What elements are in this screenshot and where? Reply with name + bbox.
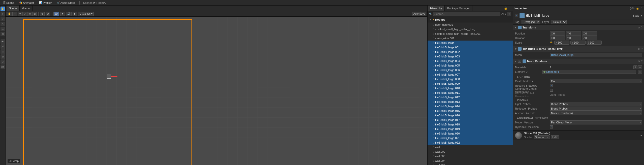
scene-anim-btn[interactable]: ▶ <box>73 12 77 16</box>
dynamic-occlusion-checkbox[interactable] <box>550 125 553 128</box>
hierarchy-menu-icon[interactable]: ⋮ <box>508 7 511 10</box>
material-expand-icon[interactable]: ▾ <box>640 134 642 137</box>
transform-header[interactable]: ▼ Transform ⚙ ? <box>513 25 644 30</box>
h-item-tilebrick13[interactable]: ◻ tileBrickB_large.013 <box>428 100 513 104</box>
scale-x-field[interactable]: X 100 <box>554 41 569 45</box>
scene-audio-btn[interactable]: 🔊 <box>66 12 72 16</box>
h-item-tilebrick4[interactable]: ◻ tileBrickB_large.004 <box>428 59 513 63</box>
autosave-toggle[interactable]: Auto Save <box>412 12 426 16</box>
hierarchy-search-input[interactable] <box>433 12 500 16</box>
object-active-checkbox[interactable] <box>515 14 518 17</box>
static-dropdown-icon[interactable]: ▾ <box>641 14 642 17</box>
scene-light-btn[interactable]: ☀ <box>60 12 65 16</box>
h-item-tilebrick10[interactable]: ◻ tileBrickB_large.010 <box>428 86 513 90</box>
h-item-tilebrick3[interactable]: ◻ tileBrickB_large.003 <box>428 54 513 59</box>
scale-y-field[interactable]: Y 100 <box>570 41 586 45</box>
menu-assetstore[interactable]: 🛒 Asset Store <box>56 1 76 4</box>
motion-vectors-dropdown[interactable]: Per Object Motion ▾ <box>550 120 642 124</box>
scene-2d-btn[interactable]: 2D <box>53 12 59 16</box>
h-item-wall003[interactable]: ◻ wall.003 <box>428 154 513 158</box>
position-y-field[interactable]: Y 0 <box>566 31 581 36</box>
toolbar-scale-btn[interactable]: ⤡ <box>1 22 5 26</box>
anchor-override-dropdown[interactable]: None (Transform) ▾ <box>550 111 642 115</box>
material-target-btn[interactable]: ◎ <box>638 70 642 74</box>
h-item-tilebrick6[interactable]: ◻ tileBrickB_large.006 <box>428 68 513 72</box>
h-item-tilebrick9[interactable]: ◻ tileBrickB_large.009 <box>428 81 513 86</box>
meshfilter-help-icon[interactable]: ? <box>641 48 642 50</box>
scene-toolbar-move[interactable]: ↔ <box>12 12 17 16</box>
tag-dropdown[interactable]: Untagged <box>522 20 540 24</box>
toolbar-move-btn[interactable]: ✛ <box>1 12 5 16</box>
breadcrumb-rooma[interactable]: RoomA <box>96 1 106 4</box>
toolbar-select-btn[interactable]: ⊿ <box>1 59 5 64</box>
h-item-tilebrick15[interactable]: ◻ tileBrickB_large.015 <box>428 109 513 113</box>
meshrenderer-header[interactable]: ▼ Mesh Renderer ⚙ ? <box>513 58 644 64</box>
h-item-tilebrick18[interactable]: ◻ tileBrickB_large.018 <box>428 122 513 127</box>
toolbar-brush-btn[interactable]: 🖌 <box>1 44 5 49</box>
scale-z-field[interactable]: Z 100 <box>587 41 602 45</box>
material-edit-btn[interactable]: Edit <box>551 135 559 139</box>
h-item-tilebrick1[interactable]: ◻ tileBrickB_large.001 <box>428 45 513 50</box>
toolbar-rotate-btn[interactable]: ↺ <box>1 17 5 21</box>
menu-scene[interactable]: 🎬 Scene <box>2 1 15 4</box>
toolbar-rect-btn[interactable]: ▭ <box>1 27 5 31</box>
toolbar-transform-btn[interactable]: ⊞ <box>1 32 5 36</box>
toolbar-script-btn[interactable]: ⌨ <box>1 64 5 69</box>
scene-viewport[interactable]: < Persp <box>6 17 427 165</box>
meshrenderer-settings-icon[interactable]: ⚙ <box>638 60 640 63</box>
hierarchy-filter-all[interactable]: All ▾ <box>501 13 506 15</box>
h-item-tilebrick8[interactable]: ◻ tileBrickB_large.008 <box>428 77 513 81</box>
position-x-field[interactable]: X 0 <box>550 31 565 36</box>
scene-pivot-btn[interactable]: ⊕ <box>40 12 45 16</box>
h-item-door_gate[interactable]: ◻ door_gate.001 <box>428 22 513 27</box>
cast-shadows-dropdown[interactable]: On ▾ <box>550 79 642 83</box>
meshrenderer-enable-checkbox[interactable] <box>518 60 521 63</box>
inspector-menu-icon[interactable]: ⋮ <box>640 7 642 10</box>
tab-game[interactable]: Game <box>20 6 33 11</box>
breadcrumb-scenes[interactable]: Scenes <box>83 1 92 4</box>
transform-settings-icon[interactable]: ⚙ <box>638 26 640 29</box>
tab-hierarchy[interactable]: Hierarchy <box>428 6 445 11</box>
menu-profiler[interactable]: 📊 Profiler <box>38 1 53 4</box>
h-item-tilebrick14[interactable]: ◻ tileBrickB_large.014 <box>428 104 513 109</box>
h-item-tilebrick19[interactable]: ◻ tileBrickB_large.019 <box>428 127 513 131</box>
rotation-y-field[interactable]: Y 0 <box>566 36 581 40</box>
toolbar-eye-btn[interactable]: 👁 <box>1 39 5 44</box>
rooma-expand-icon[interactable]: ▼ <box>429 18 432 21</box>
h-item-wall[interactable]: ◻ wall <box>428 145 513 149</box>
h-item-tilebrick21[interactable]: ◻ tileBrickB_large.021 <box>428 136 513 140</box>
h-item-tilebrick16[interactable]: ◻ tileBrickB_large.016 <box>428 113 513 118</box>
hierarchy-add-btn[interactable]: + <box>507 12 511 16</box>
h-item-scaffold2[interactable]: ◻ scaffold_small_high_railing_long.001 <box>428 31 513 36</box>
toolbar-grid-btn[interactable]: ⊞ <box>1 54 5 59</box>
h-item-tilebrick17[interactable]: ◻ tileBrickB_large.017 <box>428 118 513 122</box>
scene-gizmos-btn[interactable]: ⊾ Gizmos ▾ <box>78 12 94 16</box>
tab-scene[interactable]: Scene <box>7 6 20 11</box>
layer-dropdown[interactable]: Default <box>551 20 567 24</box>
scene-toolbar-multi[interactable]: ⊞ <box>32 12 37 16</box>
materials-add-btn[interactable]: + <box>633 65 637 69</box>
inspector-lock-icon[interactable]: 🔒 <box>636 7 639 10</box>
tab-package-manager[interactable]: Package Manager <box>445 6 472 11</box>
rotation-z-field[interactable]: Z 0 <box>582 36 597 40</box>
scene-toolbar-hand[interactable]: ✋ <box>7 12 12 16</box>
scale-lock-icon[interactable]: 🔒 <box>550 41 553 45</box>
h-item-wall005[interactable]: ◻ wall.005 <box>428 163 513 165</box>
receive-shadows-checkbox[interactable] <box>550 84 553 87</box>
h-item-tilebrick5[interactable]: ◻ tileBrickB_large.005 <box>428 63 513 68</box>
h-item-tilebrick11[interactable]: ◻ tileBrickB_large.011 <box>428 90 513 95</box>
h-item-tilebrick7[interactable]: ◻ tileBrickB_large.007 <box>428 72 513 77</box>
h-item-scaffold1[interactable]: ◻ scaffold_small_high_railing_long <box>428 27 513 31</box>
toolbar-hand-btn[interactable]: ✋ <box>1 7 5 11</box>
scene-toolbar-rotate[interactable]: ↻ <box>18 12 22 16</box>
scene-toolbar-rect[interactable]: ▭ <box>27 12 32 16</box>
transform-help-icon[interactable]: ? <box>641 26 642 29</box>
reflection-probes-dropdown[interactable]: Blend Probes ▾ <box>550 107 642 111</box>
hierarchy-lock-icon[interactable]: 🔒 <box>504 7 507 10</box>
object-name[interactable]: tileBrickB_large <box>526 14 549 17</box>
scene-global-btn[interactable]: ⊙ <box>46 12 50 16</box>
meshfilter-header[interactable]: ▼ Tile Brick B_large (Mesh Filter) ⚙ ? <box>513 46 644 52</box>
mesh-ref-field[interactable]: tileBrickB_large <box>550 53 642 57</box>
contribute-gi-checkbox[interactable] <box>550 89 553 92</box>
material-ref-field[interactable]: Stone.034 <box>542 70 636 74</box>
